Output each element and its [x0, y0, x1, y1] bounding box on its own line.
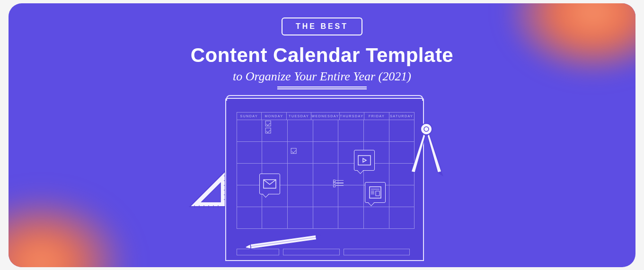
badge-label: THE BEST — [282, 17, 362, 35]
calendar-cell — [338, 207, 363, 229]
hero-title: Content Calendar Template — [9, 44, 635, 67]
bullet-list-icon — [336, 178, 344, 188]
calendar-cell — [389, 207, 415, 229]
calendar-cell — [363, 120, 389, 142]
day-header: WEDNESDAY — [311, 113, 339, 120]
hero-content: THE BEST Content Calendar Template to Or… — [9, 3, 635, 263]
calendar-cell — [237, 142, 262, 164]
calendar-cell — [287, 120, 313, 142]
day-header: FRIDAY — [364, 113, 389, 120]
checkmark-icon — [266, 121, 270, 125]
day-header: SATURDAY — [389, 113, 415, 120]
document-icon — [365, 182, 386, 203]
svg-rect-13 — [358, 156, 371, 165]
day-header: SUNDAY — [237, 113, 262, 120]
calendar-cell — [287, 185, 313, 207]
calendar-cell — [287, 164, 313, 185]
hero-subtitle: to Organize Your Entire Year (2021) — [233, 70, 411, 84]
calendar-cell — [313, 207, 338, 229]
envelope-icon — [259, 174, 280, 194]
blueprint-sheet: SUNDAY MONDAY TUESDAY WEDNESDAY THURSDAY… — [225, 98, 424, 261]
day-header: TUESDAY — [286, 113, 311, 120]
day-header: THURSDAY — [339, 113, 364, 120]
hero-banner: THE BEST Content Calendar Template to Or… — [9, 3, 635, 267]
calendar-cell — [237, 185, 262, 207]
compass-icon — [403, 121, 450, 177]
calendar-cell — [262, 142, 287, 164]
triangle-ruler-icon — [180, 164, 232, 216]
calendar-cell — [262, 207, 287, 229]
calendar-cell — [237, 164, 262, 185]
calendar-cell — [313, 120, 338, 142]
calendar-header-row: SUNDAY MONDAY TUESDAY WEDNESDAY THURSDAY… — [237, 112, 415, 120]
calendar-cell — [338, 185, 363, 207]
calendar-cell — [363, 207, 389, 229]
svg-rect-19 — [376, 191, 379, 196]
calendar-cell — [313, 142, 338, 164]
svg-rect-23 — [316, 234, 321, 239]
calendar-cell — [287, 207, 313, 229]
svg-point-20 — [421, 123, 432, 135]
calendar-grid: SUNDAY MONDAY TUESDAY WEDNESDAY THURSDAY… — [237, 112, 415, 229]
calendar-cell — [237, 207, 262, 229]
calendar-cell — [389, 185, 415, 207]
checkmark-icon — [266, 128, 270, 132]
calendar-cell — [237, 120, 262, 142]
day-header: MONDAY — [261, 113, 286, 120]
blueprint-footer-bars — [237, 249, 410, 255]
calendar-cell — [338, 120, 363, 142]
calendar-cell — [313, 185, 338, 207]
checkmark-icon — [291, 148, 296, 153]
play-video-icon — [354, 150, 375, 171]
blueprint-illustration: SUNDAY MONDAY TUESDAY WEDNESDAY THURSDAY… — [204, 98, 441, 263]
